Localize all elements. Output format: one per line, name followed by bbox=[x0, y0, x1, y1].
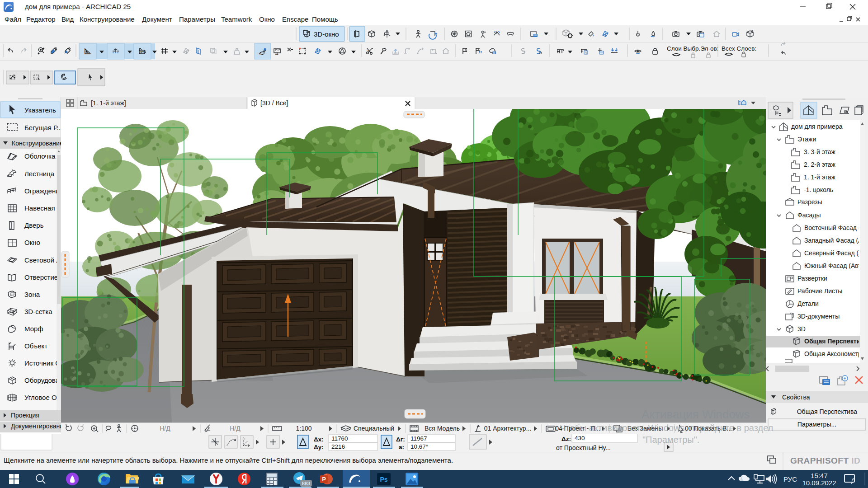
svg-text:10,67°: 10,67° bbox=[410, 443, 428, 450]
svg-text:РУС: РУС bbox=[783, 475, 797, 483]
svg-text:Ps: Ps bbox=[380, 476, 387, 483]
svg-text:11760: 11760 bbox=[331, 435, 348, 442]
svg-text:Бегущая Р...: Бегущая Р... bbox=[24, 124, 61, 131]
svg-text:3D-окно: 3D-окно bbox=[314, 30, 339, 38]
svg-text:Слои Выбр.Эл-ов:: Слои Выбр.Эл-ов: bbox=[667, 45, 718, 52]
svg-text:Активация Windows: Активация Windows bbox=[642, 408, 750, 421]
svg-text:Н/Д: Н/Д bbox=[160, 425, 170, 432]
svg-text:Всех Слоев:: Всех Слоев: bbox=[722, 45, 756, 52]
svg-text:Документировани: Документировани bbox=[11, 422, 61, 430]
svg-text:10.09.2022: 10.09.2022 bbox=[802, 479, 836, 487]
svg-text:Н/Д: Н/Д bbox=[230, 425, 241, 432]
svg-text:Δz:: Δz: bbox=[561, 436, 571, 442]
svg-text:15:47: 15:47 bbox=[811, 472, 828, 479]
svg-text:Общая Перспектива: Общая Перспектива bbox=[797, 408, 857, 415]
svg-text:[3D / Все]: [3D / Все] bbox=[260, 99, 288, 107]
svg-text:Параметры...: Параметры... bbox=[797, 421, 836, 428]
svg-text:Указатель: Указатель bbox=[24, 106, 56, 114]
svg-text:P: P bbox=[322, 476, 326, 483]
svg-text:Вся Модель: Вся Модель bbox=[425, 425, 460, 432]
svg-text:GRAPHISOFT ID: GRAPHISOFT ID bbox=[790, 456, 860, 465]
svg-text:Специальный: Специальный bbox=[354, 425, 394, 432]
svg-text:a:: a: bbox=[399, 444, 404, 450]
svg-text:Свойства: Свойства bbox=[782, 394, 810, 401]
svg-text:Δx:: Δx: bbox=[314, 436, 324, 443]
svg-text:Δy:: Δy: bbox=[314, 444, 324, 450]
svg-text:от Проектный Ну...: от Проектный Ну... bbox=[556, 444, 611, 451]
svg-text:430: 430 bbox=[575, 435, 585, 441]
svg-text:[1. 1-й этаж]: [1. 1-й этаж] bbox=[91, 99, 126, 107]
svg-text:1:100: 1:100 bbox=[296, 425, 311, 432]
svg-text:883: 883 bbox=[302, 481, 310, 486]
svg-text:Проекция: Проекция bbox=[11, 412, 39, 419]
svg-text:01 Архитектур...: 01 Архитектур... bbox=[484, 425, 531, 432]
svg-text:Конструирование: Конструирование bbox=[12, 140, 61, 147]
svg-text:2216: 2216 bbox=[331, 443, 345, 450]
svg-text:Δг:: Δг: bbox=[396, 436, 405, 443]
svg-text:11967: 11967 bbox=[410, 435, 427, 442]
